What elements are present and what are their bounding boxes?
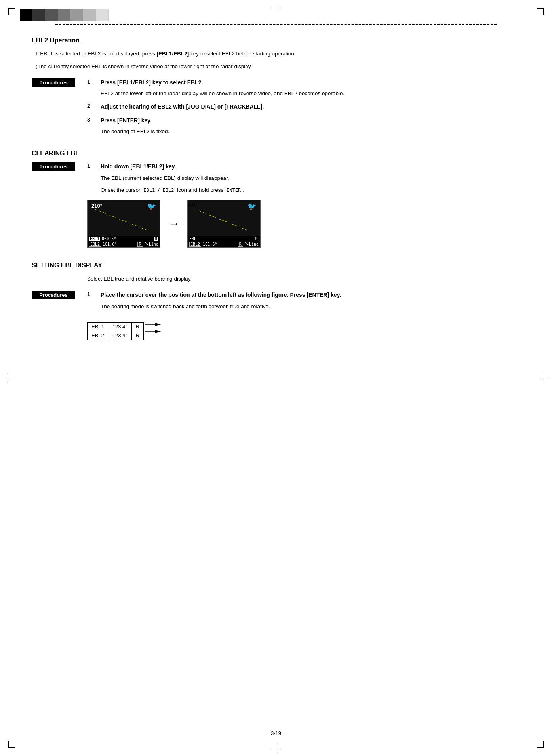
- table-cell-ebl2-value: 123.4°: [108, 331, 131, 340]
- radar-ebl-line-before: [95, 209, 147, 230]
- page-container: EBL2 Operation If EBL1 is selected or EB…: [0, 0, 552, 756]
- radar-angle-before: 210°: [91, 203, 102, 209]
- setting-procedures-row: Procedures 1 Place the cursor over the p…: [32, 291, 520, 311]
- step-3-title: Press [ENTER] key.: [101, 116, 169, 125]
- cursor-instruction: Or set the cursor EBL1 / EBL2 icon and h…: [101, 186, 244, 195]
- ebl2-intro-1: If EBL1 is selected or EBL2 is not displ…: [36, 50, 520, 58]
- setting-ebl-intro: Select EBL true and relative bearing dis…: [87, 275, 520, 283]
- radar-row-ebl1: EBL1 060.5° R: [88, 236, 160, 241]
- radar-row-ebl2-after: EBL2 101.6° R P-Line: [188, 241, 260, 247]
- ebl2-intro-2: (The currently selected EBL is shown in …: [36, 62, 520, 71]
- enter-key: ENTER: [225, 187, 242, 193]
- clearing-ebl-title: CLEARING EBL: [32, 150, 520, 157]
- radar-bird-icon: 🐦: [147, 202, 156, 211]
- corner-tr: [537, 8, 544, 15]
- procedures-badge-clearing: Procedures: [32, 162, 75, 171]
- radar-display-before: 210° 🐦 EBL1 060.5° R EBL2 101.6°: [87, 200, 160, 248]
- crosshair-left: [3, 373, 13, 383]
- arrow-row-2: [145, 328, 161, 335]
- table-cell-ebl2-mode: R: [131, 331, 143, 340]
- crosshair-top: [271, 3, 281, 13]
- table-cell-ebl1-mode: R: [131, 322, 143, 331]
- setting-step-1-desc: The bearing mode is switched back and fo…: [101, 302, 341, 311]
- radar-row-ebl2: EBL2 101.6° R P-Line: [88, 241, 160, 247]
- ebl-display-table: EBL1 123.4° R EBL2 123.4° R: [87, 322, 144, 340]
- ebl-table-container: EBL1 123.4° R EBL2 123.4° R: [87, 317, 520, 340]
- clearing-step-content-1: Hold down [EBL1/EBL2] key. The EBL (curr…: [101, 162, 244, 194]
- radar-display-after: 210° 🐦 EBL R EBL2 101.6°: [187, 200, 261, 248]
- procedures-row-1: Procedures 1 Press [EBL1/EBL2] key to se…: [32, 78, 520, 98]
- section-ebl2-operation: EBL2 Operation If EBL1 is selected or EB…: [32, 37, 520, 136]
- corner-br: [537, 741, 544, 748]
- arrow-ebl1-svg: [145, 321, 161, 328]
- table-arrows: [145, 321, 161, 335]
- clearing-step-1-title: Hold down [EBL1/EBL2] key.: [101, 162, 244, 171]
- corner-tl: [8, 8, 15, 15]
- step-number-1: 1: [87, 78, 95, 85]
- step-row-3: 3 Press [ENTER] key. The bearing of EBL2…: [87, 116, 520, 136]
- radar-bird-icon-after: 🐦: [247, 202, 256, 211]
- step-1-desc: EBL2 at the lower left of the radar disp…: [101, 89, 344, 98]
- ebl2-label-outline-after: EBL2: [189, 242, 201, 247]
- table-cell-ebl2-label: EBL2: [88, 331, 108, 340]
- arrow-right-icon: →: [168, 218, 179, 230]
- clearing-procedures-row: Procedures 1 Hold down [EBL1/EBL2] key. …: [32, 162, 520, 194]
- ebl-cleared-label: EBL: [189, 237, 200, 241]
- color-bar: [20, 9, 121, 21]
- arrow-row-1: [145, 321, 161, 328]
- step-number-3: 3: [87, 116, 95, 123]
- clearing-step-number-1: 1: [87, 162, 95, 169]
- crosshair-bottom: [271, 743, 281, 753]
- svg-marker-3: [155, 330, 161, 333]
- ebl-cleared-r: R: [254, 237, 259, 241]
- table-row-ebl1: EBL1 123.4° R: [88, 322, 144, 331]
- setting-step-number-1: 1: [87, 291, 95, 297]
- ebl2-pline: P-Line: [144, 242, 158, 246]
- ebl2-pline-after: P-Line: [244, 242, 259, 246]
- radar-status-after: EBL R EBL2 101.6° R P-Line: [188, 236, 260, 247]
- step-content-3: Press [ENTER] key. The bearing of EBL2 i…: [101, 116, 169, 136]
- radar-row-ebl-cleared: EBL R: [188, 236, 260, 241]
- procedures-badge-setting: Procedures: [32, 291, 75, 299]
- step-number-2: 2: [87, 103, 95, 109]
- table-row-ebl2: EBL2 123.4° R: [88, 331, 144, 340]
- setting-step-content-1: Place the cursor over the position at th…: [101, 291, 341, 311]
- section-setting-ebl: SETTING EBL DISPLAY Select EBL true and …: [32, 262, 520, 340]
- ebl2-label-outline: EBL2: [89, 242, 101, 247]
- step-row-2: 2 Adjust the bearing of EBL2 with [JOG D…: [87, 103, 520, 111]
- setting-step-1-title: Place the cursor over the position at th…: [101, 291, 341, 299]
- section-clearing-ebl: CLEARING EBL Procedures 1 Hold down [EBL…: [32, 150, 520, 247]
- ebl2-key: EBL2: [161, 187, 175, 193]
- arrow-ebl2-svg: [145, 328, 161, 335]
- step-content-1: Press [EBL1/EBL2] key to select EBL2. EB…: [101, 78, 344, 98]
- main-content: EBL2 Operation If EBL1 is selected or EB…: [0, 0, 552, 378]
- clearing-step-1-desc1: The EBL (current selected EBL) display w…: [101, 174, 244, 183]
- ebl1-r-badge: R: [154, 237, 158, 241]
- step-content-2: Adjust the bearing of EBL2 with [JOG DIA…: [101, 103, 264, 111]
- setting-ebl-title: SETTING EBL DISPLAY: [32, 262, 520, 269]
- ebl-images-row: 210° 🐦 EBL1 060.5° R EBL2 101.6°: [87, 200, 520, 248]
- step-2-title: Adjust the bearing of EBL2 with [JOG DIA…: [101, 103, 264, 111]
- ebl2-r-badge-outline: R: [137, 242, 143, 247]
- radar-status-before: EBL1 060.5° R EBL2 101.6° R P-Line: [88, 236, 160, 247]
- step-3-desc: The bearing of EBL2 is fixed.: [101, 127, 169, 136]
- svg-marker-1: [155, 323, 161, 326]
- dashed-divider-top: [55, 24, 497, 25]
- radar-ebl-line-after: [196, 209, 247, 230]
- ebl2-value-after: 101.6°: [203, 242, 238, 246]
- ebl2-r-badge-after: R: [238, 242, 243, 247]
- crosshair-right: [539, 373, 549, 383]
- page-number: 3-19: [271, 730, 281, 736]
- corner-bl: [8, 741, 15, 748]
- ebl1-key: EBL1: [142, 187, 156, 193]
- table-cell-ebl1-value: 123.4°: [108, 322, 131, 331]
- procedures-badge-1: Procedures: [32, 78, 75, 87]
- ebl2-value: 101.6°: [103, 242, 137, 246]
- ebl1-label-inv: EBL1: [89, 237, 100, 241]
- table-cell-ebl1-label: EBL1: [88, 322, 108, 331]
- ebl1-value: 060.5°: [102, 237, 154, 241]
- step-1-title: Press [EBL1/EBL2] key to select EBL2.: [101, 78, 344, 87]
- ebl2-operation-title: EBL2 Operation: [32, 37, 520, 44]
